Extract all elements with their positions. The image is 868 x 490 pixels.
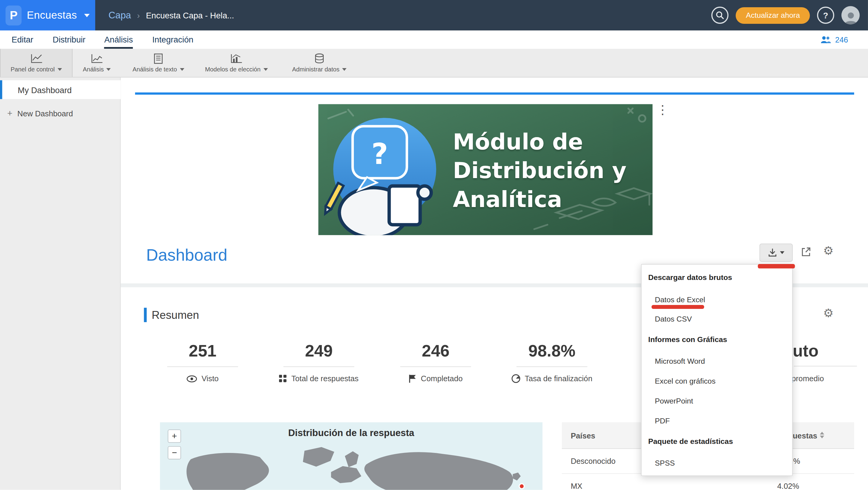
app-window: P Encuestas Capa › Encuesta Capa - Hela.… [0, 0, 868, 490]
stat-value: 249 [253, 341, 385, 360]
people-icon [820, 36, 831, 44]
chevron-down-icon [342, 68, 347, 70]
database-icon [314, 53, 325, 64]
tab-editar[interactable]: Editar [12, 30, 33, 49]
search-button[interactable] [712, 7, 729, 24]
grid-icon [279, 375, 287, 382]
toolbar-label: Panel de control [10, 66, 55, 73]
country-cell: MX [571, 482, 583, 490]
toolbar-analisis[interactable]: Análisis [73, 49, 121, 77]
menu-section-paquete-de-estadisticas: Paquete de estadísticas [648, 436, 733, 447]
stat-visto: 251 Visto [136, 341, 269, 383]
search-icon [716, 11, 724, 20]
table-row: MX 4.02% [562, 474, 854, 490]
stat-value: 98.8% [486, 341, 618, 360]
banner-title: Módulo de Distribución y Analítica [453, 127, 626, 214]
menu-item-datos-csv[interactable]: Datos CSV [655, 314, 692, 325]
toolbar-label: Administrar datos [292, 66, 339, 73]
app-logo-icon: P [5, 5, 22, 25]
column-header-paises: Países [571, 431, 595, 440]
breadcrumb-parent-link[interactable]: Capa [108, 10, 131, 21]
dashboard-sidebar: My Dashboard + New Dashboard [0, 78, 121, 490]
menu-item-excel-con-graficos[interactable]: Excel con gráficos [655, 376, 715, 387]
respondent-count[interactable]: 246 [820, 30, 848, 49]
toolbar-modelos-de-eleccion[interactable]: Modelos de elección [195, 49, 277, 77]
map-response-marker [519, 483, 525, 489]
chevron-down-icon [780, 251, 784, 254]
breadcrumb: Capa › Encuesta Capa - Hela... [108, 10, 234, 21]
menu-section-informes-con-graficas: Informes con Gráficas [648, 334, 727, 345]
menu-item-spss[interactable]: SPSS [655, 458, 675, 469]
user-avatar[interactable] [841, 6, 860, 24]
text-document-icon [153, 53, 164, 64]
annotation-underline-download-button [758, 264, 795, 269]
trend-chart-icon [90, 53, 103, 64]
dashboard-settings-gear-icon[interactable]: ⚙ [823, 245, 834, 257]
new-dashboard-button[interactable]: + New Dashboard [7, 109, 73, 118]
app-name: Encuestas [27, 9, 77, 21]
download-menu: Descargar datos brutos Datos de Excel Da… [641, 264, 793, 476]
page-title: Dashboard [146, 246, 227, 264]
tab-distribuir[interactable]: Distribuir [53, 30, 86, 49]
model-chart-icon [230, 53, 243, 64]
gauge-icon [512, 374, 520, 383]
toolbar-label: Modelos de elección [205, 66, 260, 73]
response-map-card: Distribución de la respuesta + − [160, 422, 542, 490]
flag-icon [409, 374, 416, 383]
stat-completado: 246 Completado [369, 341, 502, 383]
banner-title-line3: Analítica [453, 185, 626, 214]
module-banner: ? Módulo de Distribución y Analítica [318, 104, 652, 235]
stat-divider [400, 366, 471, 367]
annotation-underline-datos-de-excel [652, 305, 704, 309]
tab-analisis[interactable]: Análisis [104, 30, 133, 49]
sort-icon[interactable] [820, 432, 824, 438]
stat-divider [517, 366, 587, 367]
plus-icon: + [7, 109, 12, 118]
toolbar-analisis-de-texto[interactable]: Análisis de texto [121, 49, 195, 77]
tab-integracion[interactable]: Integración [152, 30, 193, 49]
map-title: Distribución de la respuesta [160, 422, 542, 439]
country-cell: Desconocido [571, 457, 616, 465]
chevron-down-icon [58, 68, 62, 70]
menu-item-microsoft-word[interactable]: Microsoft Word [655, 356, 705, 367]
stat-total-respuestas: 249 Total de respuestas [253, 341, 385, 383]
summary-title: Resumen [152, 309, 199, 321]
help-button[interactable]: ? [817, 7, 834, 24]
eye-icon [187, 375, 197, 382]
stat-value: 246 [369, 341, 502, 360]
stat-label: Completado [421, 374, 463, 383]
banner-menu-button[interactable]: ⋮ [656, 104, 669, 116]
menu-item-powerpoint[interactable]: PowerPoint [655, 396, 693, 407]
world-map[interactable] [160, 442, 542, 490]
chevron-down-icon [84, 13, 90, 17]
banner-title-line1: Módulo de [453, 127, 626, 156]
product-switcher[interactable]: P Encuestas [0, 0, 95, 30]
line-chart-icon [30, 53, 43, 64]
percent-cell-fragment: % [793, 457, 800, 465]
toolbar-administrar-datos[interactable]: Administrar datos [277, 49, 361, 77]
toolbar-label: Análisis [83, 66, 104, 73]
download-button[interactable] [760, 244, 793, 262]
stat-divider [794, 366, 857, 366]
menu-item-pdf[interactable]: PDF [655, 416, 670, 427]
map-zoom-in-button[interactable]: + [168, 429, 181, 443]
update-now-button[interactable]: Actualizar ahora [736, 7, 810, 24]
summary-settings-gear-icon[interactable]: ⚙ [823, 307, 834, 319]
toolbar-panel-de-control[interactable]: Panel de control [0, 49, 73, 77]
stat-label: Tasa de finalización [525, 374, 592, 383]
question-mark-icon: ? [823, 10, 828, 20]
share-icon[interactable] [801, 246, 812, 257]
stat-label: Visto [202, 374, 219, 383]
stat-tasa-finalizacion: 98.8% Tasa de finalización [486, 341, 618, 383]
respondent-count-value: 246 [835, 35, 848, 44]
header-actions: Actualizar ahora ? [712, 6, 868, 24]
menu-item-datos-de-excel[interactable]: Datos de Excel [655, 295, 705, 306]
analysis-toolbar: Panel de control Análisis Análisis de te… [0, 49, 868, 78]
breadcrumb-current: Encuesta Capa - Hela... [146, 10, 234, 20]
person-icon [843, 11, 858, 24]
stat-divider [283, 366, 354, 367]
section-tabs: Editar Distribuir Análisis Integración 2… [0, 30, 868, 49]
sidebar-item-my-dashboard[interactable]: My Dashboard [0, 80, 121, 99]
stat-value: 251 [136, 341, 269, 360]
column-header-respuestas-fragment: uestas [793, 431, 817, 440]
